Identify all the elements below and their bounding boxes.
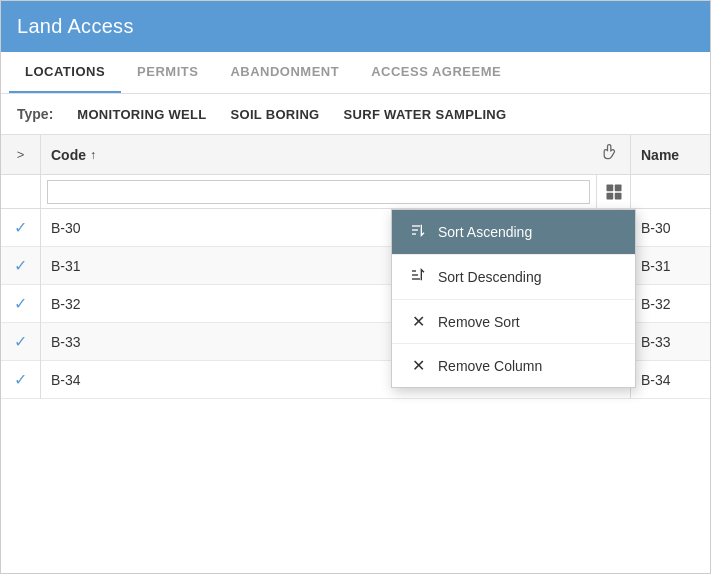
name-col-label: Name	[641, 147, 679, 163]
tab-permits[interactable]: PERMITS	[121, 52, 214, 93]
menu-label-sort-descending: Sort Descending	[438, 269, 542, 285]
remove-column-icon: ✕	[408, 356, 428, 375]
app-container: Land Access LOCATIONS PERMITS ABANDONMEN…	[0, 0, 711, 574]
tabs-bar: LOCATIONS PERMITS ABANDONMENT ACCESS AGR…	[1, 52, 710, 94]
remove-sort-icon: ✕	[408, 312, 428, 331]
svg-rect-2	[606, 192, 613, 199]
code-column-header[interactable]: Code ↑	[41, 142, 630, 167]
type-bar: Type: MONITORING WELL SOIL BORING SURF W…	[1, 94, 710, 135]
row-name-3: B-32	[630, 285, 710, 323]
type-bar-label: Type:	[17, 106, 53, 122]
row-name-1: B-30	[630, 209, 710, 247]
code-filter-input[interactable]	[47, 180, 590, 204]
row-check-2: ✓	[1, 247, 41, 285]
menu-label-remove-column: Remove Column	[438, 358, 542, 374]
menu-label-remove-sort: Remove Sort	[438, 314, 520, 330]
app-title: Land Access	[17, 15, 134, 37]
sort-asc-icon	[408, 222, 428, 242]
code-col-label: Code	[51, 147, 86, 163]
svg-rect-1	[614, 184, 621, 191]
menu-item-sort-descending[interactable]: Sort Descending	[392, 255, 635, 300]
sort-asc-indicator: ↑	[90, 148, 96, 162]
row-name-4: B-33	[630, 323, 710, 361]
code-filter-cell	[41, 176, 596, 208]
grid-area: > Code ↑ Name	[1, 135, 710, 573]
grid-filter-row	[1, 175, 710, 209]
row-check-1: ✓	[1, 209, 41, 247]
row-check-5: ✓	[1, 361, 41, 399]
app-header: Land Access	[1, 1, 710, 52]
context-menu: Sort Ascending Sort Descending ✕ Remove …	[391, 209, 636, 388]
type-monitoring-well[interactable]: MONITORING WELL	[77, 107, 206, 122]
menu-item-sort-ascending[interactable]: Sort Ascending	[392, 210, 635, 255]
svg-rect-0	[606, 184, 613, 191]
row-check-4: ✓	[1, 323, 41, 361]
filter-expand-spacer	[1, 175, 41, 209]
menu-item-remove-column[interactable]: ✕ Remove Column	[392, 344, 635, 387]
name-filter-cell	[630, 175, 710, 209]
menu-item-remove-sort[interactable]: ✕ Remove Sort	[392, 300, 635, 344]
tab-access-agreement[interactable]: ACCESS AGREEME	[355, 52, 517, 93]
sort-desc-icon	[408, 267, 428, 287]
row-name-5: B-34	[630, 361, 710, 399]
row-name-2: B-31	[630, 247, 710, 285]
type-soil-boring[interactable]: SOIL BORING	[231, 107, 320, 122]
name-column-header[interactable]: Name	[630, 135, 710, 175]
grid-expand-button[interactable]: >	[1, 135, 41, 175]
svg-rect-3	[614, 192, 621, 199]
type-surf-water-sampling[interactable]: SURF WATER SAMPLING	[344, 107, 507, 122]
filter-grid-icon-cell[interactable]	[596, 175, 630, 209]
column-menu-icon[interactable]	[600, 142, 620, 167]
row-check-3: ✓	[1, 285, 41, 323]
tab-locations[interactable]: LOCATIONS	[9, 52, 121, 93]
menu-label-sort-ascending: Sort Ascending	[438, 224, 532, 240]
grid-header-row: > Code ↑ Name	[1, 135, 710, 175]
tab-abandonment[interactable]: ABANDONMENT	[214, 52, 355, 93]
